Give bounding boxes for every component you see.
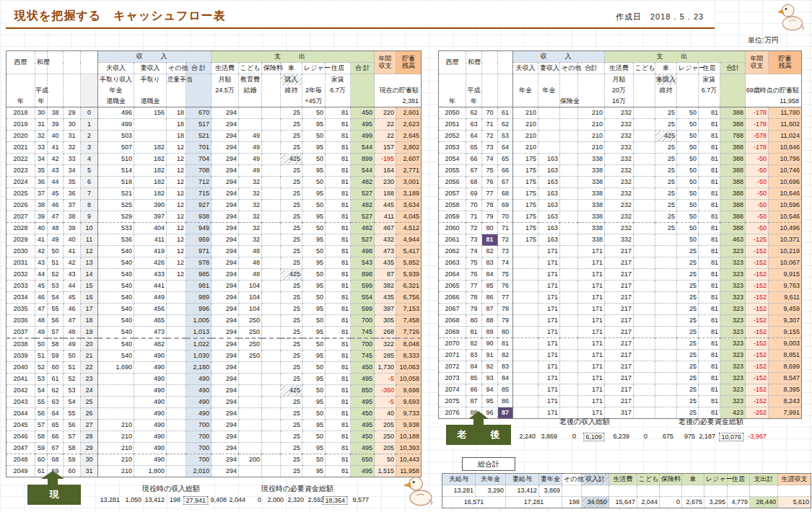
cell-children[interactable]: 32: [239, 200, 262, 211]
grand-husband-total[interactable]: 16,571: [442, 497, 506, 508]
cell-other-income[interactable]: [560, 211, 578, 223]
savings-balance-header[interactable]: 貯蓄残高: [396, 51, 422, 74]
cell-expense-total[interactable]: 898: [351, 269, 375, 281]
cell-husband-age[interactable]: 64: [48, 408, 64, 420]
cell-living[interactable]: 294: [211, 142, 239, 154]
cell-children[interactable]: [239, 385, 262, 397]
cell-savings-balance[interactable]: 10,596: [769, 200, 802, 211]
cell-savings-balance[interactable]: 9,915: [769, 269, 802, 281]
cell-wife-age[interactable]: 70: [498, 211, 513, 223]
other-income-subheader[interactable]: 保険金: [560, 74, 578, 107]
cell-husband-income[interactable]: [513, 257, 538, 269]
cell-wife-age[interactable]: 82: [498, 350, 513, 361]
cell-era[interactable]: 71: [466, 211, 482, 223]
cell-leisure[interactable]: 25: [677, 281, 699, 292]
other-income-subheader[interactable]: 児童手当: [167, 74, 186, 107]
cell-year[interactable]: 2021: [6, 142, 35, 154]
cell-children[interactable]: 32: [239, 177, 262, 188]
year-subheader[interactable]: 年: [439, 74, 466, 107]
cell-income-total[interactable]: 171: [578, 350, 605, 361]
cell-annual-balance[interactable]: -152: [746, 269, 769, 281]
cell-wife-age[interactable]: 79: [498, 315, 513, 327]
cell-insurance[interactable]: [262, 420, 281, 431]
cell-era[interactable]: 49: [35, 327, 48, 339]
grand-row1-expense-total[interactable]: [750, 485, 778, 497]
cell-expense-total[interactable]: 323: [720, 373, 746, 384]
wife-income-subheader[interactable]: 手取り 退職金: [134, 74, 167, 107]
cell-wife-age[interactable]: 83: [498, 361, 513, 373]
cell-other-income[interactable]: [167, 443, 186, 454]
cell-other-income[interactable]: 12: [167, 142, 186, 154]
cell-expense-total[interactable]: 323: [720, 384, 746, 396]
cell-car[interactable]: [655, 396, 677, 407]
col-header[interactable]: こども: [239, 63, 262, 74]
cell-housing[interactable]: 81: [326, 257, 351, 269]
cell-husband-age[interactable]: 79: [482, 211, 498, 223]
grand-header-children[interactable]: こども: [637, 474, 660, 485]
cell-year[interactable]: 2076: [439, 407, 466, 419]
cell-year[interactable]: 2027: [6, 211, 35, 223]
cell-income-total[interactable]: 171: [578, 384, 605, 396]
cell-husband-income[interactable]: 540: [98, 257, 134, 269]
cell-savings-balance[interactable]: 10,067: [769, 257, 802, 269]
cell-year[interactable]: 2032: [6, 269, 35, 281]
cell-car[interactable]: 25: [281, 246, 302, 257]
cell-husband-age[interactable]: 82: [482, 246, 498, 257]
cell-wife-age[interactable]: 62: [498, 119, 513, 131]
cell-children[interactable]: 49: [239, 131, 262, 142]
cell-year[interactable]: 2026: [6, 200, 35, 211]
cell-husband-income[interactable]: 210: [98, 466, 134, 477]
cell-income-total[interactable]: 1,022: [186, 338, 211, 350]
cell-expense-total[interactable]: 388: [720, 188, 746, 200]
cell-leisure[interactable]: 50: [677, 188, 699, 200]
cell-era[interactable]: 85: [466, 373, 482, 384]
cell-year[interactable]: 2039: [6, 350, 35, 362]
cell-savings-balance[interactable]: 5,852: [396, 257, 422, 269]
cell-income-total[interactable]: 338: [578, 211, 605, 223]
cell-leisure[interactable]: 50: [677, 165, 699, 177]
cell-era[interactable]: 39: [35, 211, 48, 223]
cell-other-income[interactable]: [167, 304, 186, 315]
cell-leisure[interactable]: 25: [677, 338, 699, 350]
cell-savings-balance[interactable]: 7,153: [396, 304, 422, 315]
cell-children[interactable]: [634, 281, 655, 292]
cell-wife-age[interactable]: 57: [64, 431, 81, 443]
cell-wife-age[interactable]: 58: [64, 443, 81, 454]
cell-wife-age[interactable]: 75: [498, 269, 513, 281]
cell-income-total[interactable]: 927: [186, 200, 211, 211]
cell-living[interactable]: 232: [605, 154, 634, 165]
cell-children[interactable]: [634, 350, 655, 361]
cell-other-income[interactable]: 12: [167, 269, 186, 281]
cell-living[interactable]: 294: [211, 281, 239, 292]
cell-housing[interactable]: 81: [699, 338, 720, 350]
cell-era[interactable]: 31: [35, 119, 48, 131]
cell-husband-age[interactable]: 60: [48, 362, 64, 374]
era-col-header[interactable]: 和暦: [466, 51, 482, 74]
cell-era[interactable]: 41: [35, 234, 48, 246]
cell-insurance[interactable]: [262, 350, 281, 362]
living-subheader[interactable]: 月額20万16万: [605, 74, 634, 107]
cell-leisure[interactable]: 95: [302, 420, 326, 431]
cell-husband-age[interactable]: 66: [48, 431, 64, 443]
cell-wife-income[interactable]: 171: [538, 407, 560, 419]
cell-income-total[interactable]: 1,013: [186, 327, 211, 339]
cell-car[interactable]: 25: [281, 142, 302, 154]
year-col-header[interactable]: 西暦: [6, 51, 35, 74]
cell-other-income[interactable]: 12: [167, 200, 186, 211]
cell-car[interactable]: 25: [281, 131, 302, 142]
cell-living[interactable]: 217: [605, 350, 634, 361]
cell-annual-balance[interactable]: -152: [746, 304, 769, 315]
cell-living[interactable]: 294: [211, 257, 239, 269]
cell-living[interactable]: 294: [211, 131, 239, 142]
cell-other-income[interactable]: [560, 292, 578, 304]
cell-savings-balance[interactable]: 3,189: [396, 188, 422, 200]
cell-wife-age[interactable]: 67: [498, 177, 513, 188]
cell-annual-balance[interactable]: -178: [746, 119, 769, 131]
cell-annual-balance[interactable]: -5: [375, 397, 396, 408]
cell-expense-total[interactable]: 495: [351, 443, 375, 454]
cell-annual-balance[interactable]: -50: [746, 200, 769, 211]
cell-insurance[interactable]: [262, 154, 281, 165]
cell-children[interactable]: [239, 374, 262, 385]
col-header[interactable]: レジャー: [302, 63, 326, 74]
grand-header-income-total[interactable]: 収入計: [582, 474, 609, 485]
